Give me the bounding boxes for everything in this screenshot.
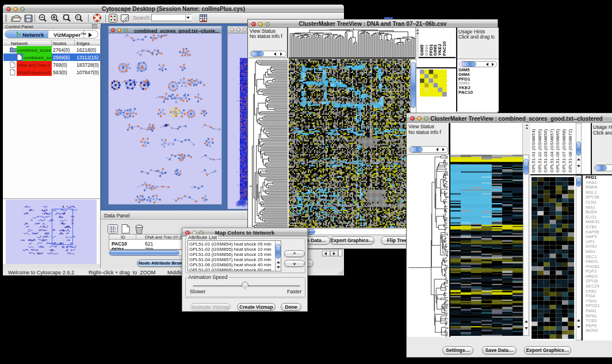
svg-text:1:1: 1:1: [76, 16, 81, 19]
